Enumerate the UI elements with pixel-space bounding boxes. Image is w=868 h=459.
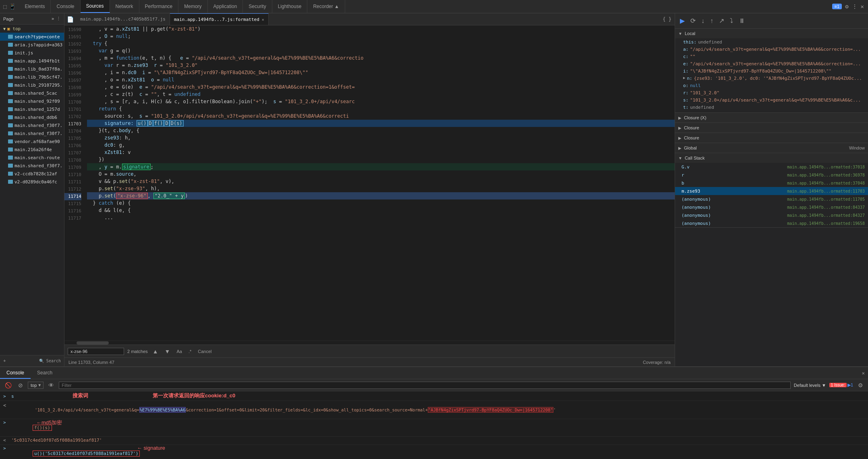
tab-security[interactable]: Security	[243, 0, 272, 13]
tree-item-vendor[interactable]: vendor.af68afae90	[0, 137, 64, 145]
expand-all-icon[interactable]: »	[52, 16, 54, 21]
closure-x-header[interactable]: ▶ Closure (X)	[675, 113, 868, 123]
call-stack-header[interactable]: ▼ Call Stack	[675, 153, 868, 163]
tab-memory[interactable]: Memory	[178, 0, 207, 13]
call-stack-anon2[interactable]: (anonymous) main.app.1494fb...ormatted:8…	[675, 203, 868, 211]
tab-console[interactable]: Console	[51, 0, 80, 13]
tree-item-search[interactable]: search?type=conte	[0, 33, 64, 41]
tab-performance[interactable]: Performance	[139, 0, 179, 13]
call-stack-anon1[interactable]: (anonymous) main.app.1494fb...ormatted:1…	[675, 195, 868, 203]
close-devtools-icon[interactable]: ✕	[861, 3, 864, 10]
tree-item-mainsharedf1[interactable]: main.shared_f30f7.	[0, 121, 64, 129]
tree-item-v2ccdb[interactable]: v2-ccdb7828c12af	[0, 170, 64, 178]
tab-elements[interactable]: Elements	[19, 0, 51, 13]
code-line-11711: v && p.set("x-zst-81", v),	[87, 178, 675, 185]
bottom-tab-search[interactable]: Search	[31, 367, 59, 379]
step-out-button[interactable]: ↑	[708, 17, 715, 25]
inspect-icon[interactable]: ⬚	[3, 3, 6, 10]
code-line-11706: dc0: g,	[87, 141, 675, 149]
call-stack-r[interactable]: r main.app.1494fb...ormatted:36978	[675, 171, 868, 179]
code-line-11714: p.set("x-zse-96", "2.0_" + y)	[87, 192, 675, 199]
editor-tab-formatted[interactable]: main.app.1494fb...7.js:formatted ✕	[170, 13, 269, 25]
tree-item-mainsharedf2[interactable]: main.shared_f30f7.	[0, 129, 64, 137]
code-area[interactable]: 1169011691116921169311694 11695116961169…	[64, 25, 675, 341]
call-stack-anon4[interactable]: (anonymous) main.app.1494fb...ormatted:1…	[675, 219, 868, 227]
default-levels-button[interactable]: Default levels ▼	[794, 383, 826, 388]
tree-item-mainsharedf3[interactable]: main.shared_f30f7.	[0, 162, 64, 170]
match-case-button[interactable]: Aa	[175, 348, 183, 355]
issues-button[interactable]: 1 Issue: ▶1	[829, 382, 853, 388]
code-line-11696: , i = n.dc0 i = "\"AJBfN4gZixSPTjvrd97-B…	[87, 69, 675, 76]
device-icon[interactable]: 📱	[9, 3, 16, 10]
more-sidebar-icon[interactable]: ⋮	[56, 16, 61, 21]
tab-lighthouse[interactable]: Lighthouse	[272, 0, 308, 13]
add-folder-icon[interactable]: +	[3, 358, 6, 363]
scrollbar-thumb[interactable]	[77, 341, 109, 345]
call-stack-gv[interactable]: G.v main.app.1494fb...ormatted:37018	[675, 163, 868, 171]
tree-item-main1[interactable]: main.app.1494fb1t	[0, 57, 64, 65]
bottom-tab-console[interactable]: Console	[0, 367, 31, 379]
tree-item-mainsharedd[interactable]: main.shared_ddb6	[0, 113, 64, 121]
code-line-11716: d && l(e, {	[87, 207, 675, 214]
clear-console-button[interactable]: 🚫	[3, 381, 13, 389]
preserve-log-button[interactable]: ⊘	[17, 381, 25, 389]
tree-item-mainshared9[interactable]: main.shared_92f09	[0, 97, 64, 105]
tree-item-mainlib7[interactable]: main.lib_79b5cf47.	[0, 73, 64, 81]
sidebar-page-label: Page	[3, 17, 14, 21]
global-header[interactable]: ▶ Global Window	[675, 143, 868, 153]
local-expand-icon: ▼	[678, 31, 682, 36]
settings-icon[interactable]: ⚙	[845, 3, 848, 10]
code-line-11708: })	[87, 156, 675, 163]
tree-folder-top[interactable]: ▼ ▣ top	[0, 25, 64, 33]
pretty-print-icon[interactable]: { }	[663, 17, 671, 22]
tree-item-aria[interactable]: aria.js?appid=a363	[0, 41, 64, 49]
file-icon	[8, 164, 13, 168]
regex-button[interactable]: .*	[187, 348, 193, 355]
closure2-expand-icon: ▶	[678, 136, 682, 140]
tree-item-main216[interactable]: main.216a26f4e	[0, 145, 64, 154]
debugger-toolbar: ▶ ⟳ ↓ ↑ ↗ ⤵ ⏸	[675, 13, 868, 29]
call-stack-b[interactable]: b main.app.1494fb...ormatted:37048	[675, 179, 868, 187]
tab-sources[interactable]: Sources	[81, 0, 110, 13]
tree-item-mainshared1[interactable]: main.shared_1257d	[0, 105, 64, 113]
var-n[interactable]: ▶ n: {zse93: '101_3_2.0', dc0: '"AJBfN4g…	[675, 75, 868, 83]
tree-item-mainshared5[interactable]: main.shared_5cac	[0, 89, 64, 97]
local-section-header[interactable]: ▼ Local	[675, 29, 868, 38]
input-prompt-f: >	[3, 420, 8, 425]
deactivate-breakpoints-button[interactable]: ⤵	[728, 17, 735, 25]
closure1-header[interactable]: ▶ Closure	[675, 123, 868, 133]
closure2-header[interactable]: ▶ Closure	[675, 133, 868, 143]
tree-item-v2d028[interactable]: v2-d0289dc0a46fc	[0, 178, 64, 186]
top-dropdown-icon: ▼	[38, 383, 41, 387]
close-bottom-panel-icon[interactable]: ✕	[862, 370, 868, 376]
url-close: '	[553, 407, 556, 412]
file-breadcrumb-icon[interactable]: 📄	[64, 16, 76, 23]
tree-item-initjs[interactable]: init.js	[0, 49, 64, 57]
step-into-button[interactable]: ↓	[700, 17, 706, 25]
eye-icon-button[interactable]: 👁	[47, 381, 56, 389]
close-search-button[interactable]: Cancel	[196, 348, 213, 355]
more-icon[interactable]: ⋮	[852, 3, 858, 10]
resume-button[interactable]: ▶	[678, 16, 686, 25]
editor-tab-minified[interactable]: main.app.1494fb...c7405b851f7.js	[76, 13, 170, 25]
tree-item-mainlib0[interactable]: main.lib_0ad37f8a.	[0, 65, 64, 73]
step-over-button[interactable]: ⟳	[689, 16, 697, 25]
tab-application[interactable]: Application	[208, 0, 243, 13]
console-settings-icon[interactable]: ⚙	[856, 381, 865, 389]
editor-scrollbar[interactable]	[64, 341, 675, 345]
call-stack-mzse93[interactable]: m.zse93 main.app.1494fb...ormatted:11703	[675, 187, 868, 195]
show-search-icon[interactable]: 🔍 Search	[39, 359, 61, 363]
top-context-selector[interactable]: top ▼	[28, 382, 44, 389]
tab-network[interactable]: Network	[110, 0, 139, 13]
call-stack-anon3[interactable]: (anonymous) main.app.1494fb...ormatted:8…	[675, 211, 868, 219]
close-tab-icon[interactable]: ✕	[262, 17, 264, 22]
code-search-input[interactable]	[68, 348, 124, 355]
tree-item-mainroute[interactable]: main.search-route	[0, 154, 64, 162]
step-button[interactable]: ↗	[717, 16, 726, 25]
tab-recorder[interactable]: Recorder ▲	[307, 0, 345, 13]
tree-item-mainlib2[interactable]: main.lib_29107295.	[0, 81, 64, 89]
next-match-button[interactable]: ▼	[163, 347, 172, 355]
prev-match-button[interactable]: ▲	[151, 347, 160, 355]
pause-exceptions-button[interactable]: ⏸	[737, 17, 747, 25]
console-filter-input[interactable]	[59, 382, 791, 389]
